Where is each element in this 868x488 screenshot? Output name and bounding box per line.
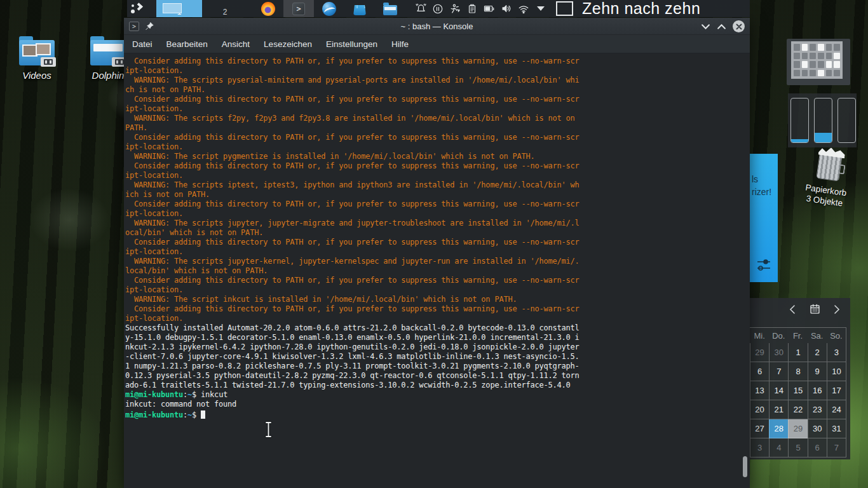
task-dolphin[interactable]: [375, 0, 405, 17]
calendar-day[interactable]: 10: [827, 362, 846, 381]
calendar-day[interactable]: 1: [788, 343, 807, 362]
window-titlebar[interactable]: > ~ : bash — Konsole: [124, 18, 750, 35]
calendar-day[interactable]: 2: [808, 343, 827, 362]
menu-bearbeiten[interactable]: Bearbeiten: [159, 35, 215, 53]
terminal-line: WARNING: The script inkcut is installed …: [125, 295, 750, 304]
grid-cell: [834, 53, 840, 60]
discover-bag-icon: [353, 5, 366, 15]
calendar-day[interactable]: 28: [769, 419, 788, 438]
calendar-widget: Mi.Do.Fr.Sa.So.2930123678910131415161720…: [750, 298, 850, 459]
globe-icon: [322, 2, 336, 16]
calendar-prev-icon[interactable]: [788, 304, 797, 317]
desktop-icon-videos[interactable]: Videos: [11, 36, 62, 81]
trash-icon: [816, 153, 842, 182]
task-firefox[interactable]: [253, 0, 283, 17]
calendar-day[interactable]: 13: [750, 381, 769, 400]
terminal-output[interactable]: Consider adding this directory to PATH o…: [125, 55, 750, 488]
monitor-bar: [790, 98, 809, 143]
menu-datei[interactable]: Datei: [125, 35, 159, 53]
calendar-day[interactable]: 29: [788, 419, 807, 438]
terminal-line: Consider adding this directory to PATH o…: [125, 57, 750, 66]
task-konsole[interactable]: >: [283, 0, 314, 17]
calendar-day[interactable]: 8: [788, 362, 807, 381]
wifi-icon[interactable]: [517, 3, 530, 15]
display-battery-icon[interactable]: [483, 3, 496, 15]
task-discover[interactable]: [344, 0, 375, 17]
grid-cell: [818, 70, 824, 77]
top-panel: 1 2 > Zehn nach zehn: [127, 0, 750, 17]
app-launcher-icon[interactable]: [127, 0, 146, 17]
blue-window-fragment[interactable]: ls rizer!: [750, 154, 778, 282]
expand-caret-icon[interactable]: [534, 3, 547, 15]
pixel-grid-widget[interactable]: [787, 39, 850, 85]
virtual-desktop-pager: 1 2: [156, 0, 248, 17]
calendar-day[interactable]: 30: [808, 419, 827, 438]
volume-icon[interactable]: [500, 3, 513, 15]
terminal-line: ado-6.1 traitlets-5.1.1 twisted-21.7.0 t…: [125, 381, 750, 390]
terminal-line: ocal/bin' which is not on PATH.: [125, 228, 750, 238]
media-pause-icon[interactable]: [431, 3, 444, 15]
calendar-day[interactable]: 24: [827, 400, 846, 419]
calendar-day[interactable]: 22: [788, 400, 807, 419]
fuzzy-clock[interactable]: Zehn nach zehn: [582, 0, 700, 17]
calendar-day[interactable]: 6: [750, 362, 769, 381]
calendar-day[interactable]: 7: [769, 362, 788, 381]
calendar-day[interactable]: 14: [769, 381, 788, 400]
terminal-line: ipt-location.: [125, 142, 750, 152]
menu-ansicht[interactable]: Ansicht: [215, 35, 257, 53]
calendar-day[interactable]: 7: [827, 438, 846, 458]
calendar-next-icon[interactable]: [832, 304, 841, 317]
terminal-line: PATH.: [125, 123, 750, 133]
pager-desktop-2[interactable]: 2: [202, 0, 248, 17]
calendar-day[interactable]: 29: [750, 343, 769, 362]
menu-bar: Datei Bearbeiten Ansicht Lesezeichen Ein…: [124, 35, 750, 53]
trash-widget[interactable]: Papierkorb 3 Objekte: [796, 151, 859, 210]
calendar-weekday: Sa.: [808, 328, 827, 343]
calendar-grid: Mi.Do.Fr.Sa.So.2930123678910131415161720…: [750, 327, 846, 458]
calendar-day[interactable]: 9: [808, 362, 827, 381]
grid-cell: [818, 61, 824, 68]
calendar-day[interactable]: 31: [827, 419, 846, 438]
task-browser[interactable]: [314, 0, 344, 17]
menu-einstellungen[interactable]: Einstellungen: [319, 35, 384, 53]
calendar-day[interactable]: 30: [769, 343, 788, 362]
minimize-button[interactable]: [701, 24, 710, 30]
calendar-day[interactable]: 17: [827, 381, 846, 400]
grid-cell: [834, 70, 840, 77]
calendar-day[interactable]: 5: [788, 438, 807, 458]
pin-icon[interactable]: [145, 21, 154, 34]
calendar-day[interactable]: 3: [750, 438, 769, 458]
calendar-day[interactable]: 20: [750, 400, 769, 419]
terminal-scrollbar-handle[interactable]: [743, 456, 747, 477]
calendar-day[interactable]: 23: [808, 400, 827, 419]
grid-cell: [818, 53, 824, 60]
calendar-day[interactable]: 6: [808, 438, 827, 458]
calendar-day[interactable]: 16: [808, 381, 827, 400]
grid-cell: [802, 44, 808, 51]
calendar-day[interactable]: 15: [788, 381, 807, 400]
calendar-day[interactable]: 4: [769, 438, 788, 458]
activity-runner-icon[interactable]: [449, 3, 461, 15]
terminal-line: WARNING: The scripts pyserial-miniterm a…: [125, 76, 750, 85]
close-button[interactable]: [733, 20, 745, 32]
calendar-day[interactable]: 21: [769, 400, 788, 419]
clipboard-icon[interactable]: [466, 3, 478, 15]
terminal-line: ich is not on PATH.: [125, 190, 750, 200]
dolphin-folder-icon: [90, 36, 126, 65]
pager-desktop-1[interactable]: 1: [156, 0, 202, 17]
desktop-icon-label: Videos: [11, 70, 62, 81]
menu-lesezeichen[interactable]: Lesezeichen: [257, 35, 319, 53]
calendar-day[interactable]: 3: [827, 343, 846, 362]
screen-square-icon[interactable]: [556, 1, 573, 16]
calendar-month-icon[interactable]: [810, 304, 820, 317]
notifications-bell-icon[interactable]: [414, 3, 427, 15]
terminal-line: Consider adding this directory to PATH o…: [125, 133, 750, 142]
menu-hilfe[interactable]: Hilfe: [384, 35, 416, 53]
sliders-icon: [756, 257, 771, 276]
calendar-day[interactable]: 27: [750, 419, 769, 438]
maximize-button[interactable]: [717, 24, 726, 30]
bars-monitor-widget[interactable]: [788, 93, 857, 147]
grid-cell: [802, 61, 808, 68]
terminal-line: ipt-location.: [125, 66, 750, 76]
terminal-line: Consider adding this directory to PATH o…: [125, 161, 750, 171]
